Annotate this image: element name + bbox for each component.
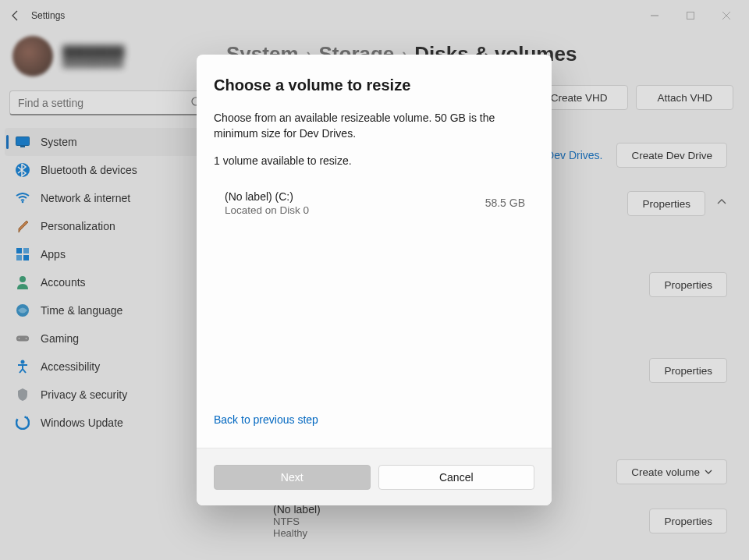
- resize-volume-dialog: Choose a volume to resize Choose from an…: [197, 55, 552, 505]
- volume-item-name: (No label) (C:): [225, 190, 485, 203]
- dialog-description: Choose from an available resizeable volu…: [214, 110, 534, 142]
- volume-count: 1 volume available to resize.: [214, 154, 534, 167]
- cancel-button[interactable]: Cancel: [378, 465, 535, 490]
- next-button[interactable]: Next: [214, 465, 371, 490]
- back-to-previous-link[interactable]: Back to previous step: [214, 409, 534, 440]
- volume-item[interactable]: (No label) (C:) Located on Disk 0 58.5 G…: [214, 183, 534, 224]
- volume-item-location: Located on Disk 0: [225, 204, 485, 216]
- dialog-title: Choose a volume to resize: [214, 76, 534, 94]
- volume-item-size: 58.5 GB: [485, 197, 525, 209]
